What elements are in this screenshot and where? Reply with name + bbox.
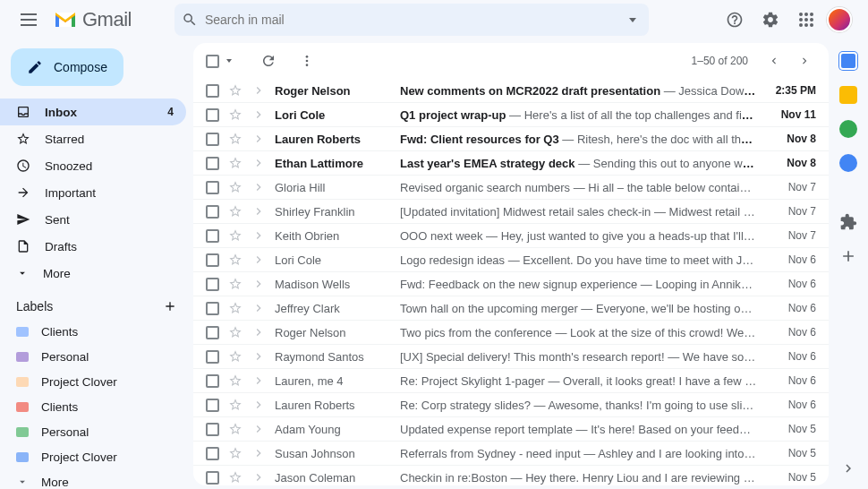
add-app-button[interactable] [839, 247, 857, 265]
nav-more[interactable]: More [0, 260, 186, 287]
apps-button[interactable] [791, 4, 821, 35]
mail-checkbox[interactable] [206, 326, 219, 339]
important-icon[interactable] [251, 446, 266, 460]
mail-row[interactable]: Lauren RobertsRe: Corp strategy slides? … [193, 393, 829, 417]
mail-checkbox[interactable] [206, 423, 219, 436]
important-icon[interactable] [251, 204, 266, 219]
mail-checkbox[interactable] [206, 350, 219, 364]
important-icon[interactable] [251, 83, 266, 98]
important-icon[interactable] [251, 132, 266, 146]
label-item[interactable]: Project Clover [0, 444, 186, 469]
important-icon[interactable] [251, 156, 266, 170]
star-icon[interactable] [228, 373, 243, 388]
star-icon[interactable] [228, 446, 243, 460]
star-icon[interactable] [228, 204, 243, 219]
mail-row[interactable]: Raymond Santos[UX] Special delivery! Thi… [193, 345, 829, 369]
important-icon[interactable] [251, 373, 266, 388]
select-all-checkbox[interactable] [206, 55, 219, 68]
star-icon[interactable] [228, 398, 243, 412]
star-icon[interactable] [228, 228, 243, 243]
important-icon[interactable] [251, 180, 266, 194]
label-item[interactable]: Project Clover [0, 369, 186, 394]
labels-more[interactable]: More [0, 469, 186, 489]
search-options-caret[interactable] [629, 18, 636, 22]
star-icon[interactable] [228, 470, 243, 485]
star-icon[interactable] [228, 107, 243, 122]
important-icon[interactable] [251, 301, 266, 315]
label-item[interactable]: Personal [0, 419, 186, 444]
mail-checkbox[interactable] [206, 133, 219, 146]
mail-checkbox[interactable] [206, 447, 219, 460]
next-page-button[interactable] [793, 46, 816, 76]
mail-checkbox[interactable] [206, 181, 219, 194]
important-icon[interactable] [251, 349, 266, 364]
tasks-app-icon[interactable] [839, 120, 857, 138]
mail-row[interactable]: Roger NelsonNew comments on MCR2022 draf… [193, 79, 829, 103]
mail-row[interactable]: Roger NelsonTwo pics from the conference… [193, 321, 829, 345]
important-icon[interactable] [251, 107, 266, 122]
support-button[interactable] [719, 4, 750, 35]
gmail-logo[interactable]: Gmail [54, 8, 132, 31]
label-item[interactable]: Clients [0, 394, 186, 419]
nav-sent[interactable]: Sent [0, 206, 186, 233]
star-icon[interactable] [228, 301, 243, 315]
mail-row[interactable]: Jeffrey ClarkTown hall on the upcoming m… [193, 296, 829, 321]
keep-app-icon[interactable] [839, 86, 857, 104]
important-icon[interactable] [251, 253, 266, 267]
label-item[interactable]: Personal [0, 344, 186, 369]
label-item[interactable]: Clients [0, 319, 186, 344]
mail-row[interactable]: Lori ColeLogo redesign ideas — Excellent… [193, 248, 829, 272]
search-input[interactable] [205, 13, 622, 27]
add-label-button[interactable] [163, 299, 177, 313]
star-icon[interactable] [228, 83, 243, 98]
search-bar[interactable] [174, 4, 649, 36]
star-icon[interactable] [228, 132, 243, 146]
mail-row[interactable]: Susan JohnsonReferrals from Sydney - nee… [193, 442, 829, 466]
settings-button[interactable] [755, 4, 786, 35]
mail-checkbox[interactable] [206, 302, 219, 315]
mail-checkbox[interactable] [206, 108, 219, 122]
addons-button[interactable] [839, 213, 857, 231]
mail-checkbox[interactable] [206, 205, 219, 219]
important-icon[interactable] [251, 422, 266, 436]
mail-checkbox[interactable] [206, 278, 219, 291]
more-button[interactable] [300, 54, 314, 68]
important-icon[interactable] [251, 325, 266, 339]
select-menu-caret[interactable] [226, 59, 232, 63]
contacts-app-icon[interactable] [839, 154, 857, 172]
mail-row[interactable]: Jason ColemanCheckin in re:Boston — Hey … [193, 466, 829, 485]
mail-checkbox[interactable] [206, 84, 219, 98]
mail-row[interactable]: Lori ColeQ1 project wrap-up — Here's a l… [193, 103, 829, 127]
star-icon[interactable] [228, 349, 243, 364]
nav-drafts[interactable]: Drafts [0, 233, 186, 260]
important-icon[interactable] [251, 470, 266, 485]
mail-row[interactable]: Lauren, me 4Re: Project Skylight 1-pager… [193, 369, 829, 393]
mail-row[interactable]: Lauren RobertsFwd: Client resources for … [193, 127, 829, 151]
important-icon[interactable] [251, 228, 266, 243]
mail-row[interactable]: Madison WellsFwd: Feedback on the new si… [193, 272, 829, 296]
mail-row[interactable]: Gloria HillRevised organic search number… [193, 176, 829, 200]
mail-checkbox[interactable] [206, 229, 219, 243]
nav-snoozed[interactable]: Snoozed [0, 152, 186, 179]
nav-starred[interactable]: Starred [0, 125, 186, 152]
calendar-app-icon[interactable] [839, 52, 857, 70]
mail-checkbox[interactable] [206, 374, 219, 388]
account-avatar[interactable] [827, 7, 852, 32]
refresh-button[interactable] [260, 53, 277, 69]
mail-row[interactable]: Shirley Franklin[Updated invitation] Mid… [193, 200, 829, 224]
important-icon[interactable] [251, 398, 266, 412]
star-icon[interactable] [228, 156, 243, 170]
mail-checkbox[interactable] [206, 253, 219, 267]
star-icon[interactable] [228, 325, 243, 339]
compose-button[interactable]: Compose [11, 48, 123, 86]
prev-page-button[interactable] [762, 46, 786, 76]
collapse-panel-button[interactable] [840, 460, 856, 476]
mail-checkbox[interactable] [206, 471, 219, 485]
nav-inbox[interactable]: Inbox4 [0, 99, 186, 125]
mail-row[interactable]: Ethan LattimoreLast year's EMEA strategy… [193, 151, 829, 176]
star-icon[interactable] [228, 422, 243, 436]
star-icon[interactable] [228, 277, 243, 291]
star-icon[interactable] [228, 253, 243, 267]
mail-checkbox[interactable] [206, 399, 219, 412]
mail-row[interactable]: Adam YoungUpdated expense report templat… [193, 417, 829, 442]
